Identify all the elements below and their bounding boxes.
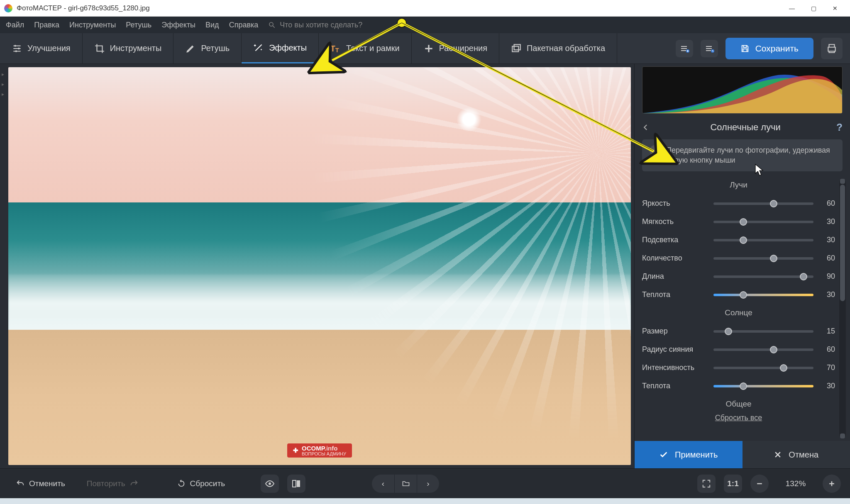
slider-warmth-sun[interactable]: Теплота30 <box>642 377 835 395</box>
plus-icon <box>828 480 836 488</box>
slider-brightness[interactable]: Яркость60 <box>642 195 835 213</box>
redo-button[interactable]: Повторить <box>80 476 145 492</box>
scroll-thumb[interactable] <box>840 185 845 302</box>
window-titlebar: ФотоМАСТЕР - girl-g678c93d55_1280.jpg — … <box>0 0 850 17</box>
reset-icon <box>177 479 186 488</box>
menu-file[interactable]: Файл <box>6 21 24 29</box>
panel-handles[interactable]: ▸▸▸ <box>2 71 4 97</box>
reset-button[interactable]: Сбросить <box>170 476 232 492</box>
crop-icon <box>94 43 105 54</box>
menu-bar: Файл Правка Инструменты Ретушь Эффекты В… <box>0 17 850 33</box>
wand-icon <box>253 42 264 53</box>
right-panel: Солнечные лучи ? i Передвигайте лучи по … <box>634 64 850 468</box>
scroll-down-cap[interactable] <box>840 433 845 438</box>
tab-enhance[interactable]: Улучшения <box>0 33 83 63</box>
slider-intensity[interactable]: Интенсивность70 <box>642 359 835 377</box>
search-placeholder: Что вы хотите сделать? <box>280 21 362 29</box>
zoom-out[interactable] <box>750 475 769 493</box>
menu-view[interactable]: Вид <box>205 21 219 29</box>
tab-effects[interactable]: Эффекты <box>242 33 319 63</box>
panel-back-button[interactable] <box>642 121 655 134</box>
print-button[interactable] <box>821 38 843 59</box>
svg-point-0 <box>269 22 273 26</box>
panel-help-button[interactable]: ? <box>836 122 843 133</box>
zoom-actual[interactable]: 1:1 <box>724 475 742 493</box>
menu-retouch[interactable]: Ретушь <box>126 21 151 29</box>
svg-line-1 <box>273 26 275 28</box>
app-icon <box>4 4 12 12</box>
svg-rect-7 <box>512 46 518 51</box>
save-button[interactable]: Сохранить <box>725 38 813 59</box>
panel-hint: i Передвигайте лучи по фотографии, удерж… <box>642 139 843 171</box>
zoom-value[interactable]: 132% <box>777 479 814 488</box>
menu-tools[interactable]: Инструменты <box>69 21 116 29</box>
eye-icon <box>265 479 275 489</box>
svg-rect-12 <box>293 480 296 487</box>
tab-text[interactable]: TT Текст и рамки <box>319 33 412 63</box>
slider-count[interactable]: Количество60 <box>642 249 835 268</box>
main-toolbar: Улучшения Инструменты Ретушь Эффекты TT … <box>0 33 850 64</box>
svg-point-3 <box>18 47 20 49</box>
tab-tools[interactable]: Инструменты <box>83 33 174 63</box>
bottom-bar: Отменить Повторить Сбросить ‹ › 1:1 132% <box>0 468 850 498</box>
scroll-up-cap[interactable] <box>840 179 845 184</box>
fit-screen[interactable] <box>697 475 716 493</box>
undo-icon <box>16 479 25 488</box>
close-button[interactable]: ✕ <box>824 2 846 15</box>
tab-extensions[interactable]: Расширения <box>412 33 499 63</box>
cancel-button[interactable]: Отмена <box>743 441 850 468</box>
preview-toggle[interactable] <box>261 475 279 493</box>
tab-retouch-label: Ретушь <box>201 44 230 53</box>
tab-tools-label: Инструменты <box>110 44 162 53</box>
tab-effects-label: Эффекты <box>269 43 307 53</box>
text-icon: TT <box>330 43 341 54</box>
open-folder[interactable] <box>394 475 417 493</box>
svg-point-11 <box>269 482 271 485</box>
panel-footer: Применить Отмена <box>635 441 850 468</box>
apply-button[interactable]: Применить <box>635 441 743 468</box>
next-file[interactable]: › <box>417 475 439 493</box>
menu-search[interactable]: Что вы хотите сделать? <box>268 21 362 29</box>
slider-softness[interactable]: Мягкость30 <box>642 213 835 231</box>
apply-label: Применить <box>675 450 718 460</box>
svg-rect-8 <box>514 44 520 50</box>
menu-edit[interactable]: Правка <box>34 21 59 29</box>
slider-size[interactable]: Размер15 <box>642 322 835 341</box>
search-icon <box>268 21 276 29</box>
slider-radius[interactable]: Радиус сияния60 <box>642 341 835 359</box>
preset-history-icon[interactable] <box>701 40 718 57</box>
tab-batch-label: Пакетная обработка <box>527 44 605 53</box>
redo-icon <box>129 479 139 488</box>
window-title: ФотоМАСТЕР - girl-g678c93d55_1280.jpg <box>17 4 150 12</box>
plus-icon <box>423 43 434 54</box>
slider-warmth-rays[interactable]: Теплота30 <box>642 286 835 304</box>
tab-batch[interactable]: Пакетная обработка <box>499 33 617 63</box>
undo-button[interactable]: Отменить <box>9 476 72 492</box>
histogram[interactable] <box>642 66 843 114</box>
compare-toggle[interactable] <box>287 475 305 493</box>
zoom-in[interactable] <box>823 475 841 493</box>
minus-icon <box>755 480 764 488</box>
main-area: ▸▸▸ ✚OCOMP.infoВОПРОСЫ АДМИНУ Солнечные … <box>0 64 850 468</box>
scrollbar[interactable] <box>839 179 846 438</box>
group-sun: Солнце <box>642 308 835 317</box>
prev-file[interactable]: ‹ <box>372 475 394 493</box>
menu-help[interactable]: Справка <box>229 21 259 29</box>
folder-icon <box>402 480 410 488</box>
slider-length[interactable]: Длина90 <box>642 268 835 286</box>
minimize-button[interactable]: — <box>781 2 803 15</box>
image-sky <box>8 67 631 202</box>
maximize-button[interactable]: ▢ <box>803 2 824 15</box>
close-icon <box>774 450 782 459</box>
preset-add-icon[interactable] <box>676 40 693 57</box>
sliders-icon <box>12 43 22 54</box>
svg-point-4 <box>15 50 17 52</box>
tab-retouch[interactable]: Ретушь <box>173 33 242 63</box>
reset-all-link[interactable]: Сбросить все <box>642 414 835 422</box>
image-sun <box>457 107 481 132</box>
menu-effects[interactable]: Эффекты <box>161 21 195 29</box>
canvas[interactable]: ✚OCOMP.infoВОПРОСЫ АДМИНУ <box>8 67 631 465</box>
slider-backlight[interactable]: Подсветка30 <box>642 231 835 249</box>
fit-icon <box>702 479 711 488</box>
tab-enhance-label: Улучшения <box>27 44 71 53</box>
